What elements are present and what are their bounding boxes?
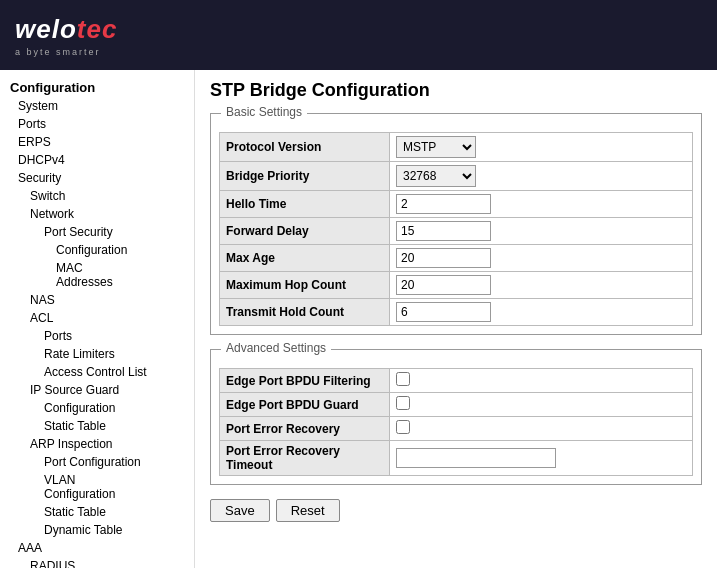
nav-acl-ports[interactable]: Ports (0, 327, 194, 345)
nav-nas[interactable]: NAS (0, 291, 194, 309)
bridge-priority-row: Bridge Priority 4096 8192 12288 16384 20… (220, 162, 693, 191)
bpdu-guard-checkbox[interactable] (396, 396, 410, 410)
bpdu-guard-label: Edge Port BPDU Guard (220, 393, 390, 417)
transmit-hold-count-value (390, 299, 693, 326)
content-area: STP Bridge Configuration Basic Settings … (195, 70, 717, 568)
port-error-recovery-timeout-input[interactable] (396, 448, 556, 468)
nav-port-sec-config[interactable]: Configuration (0, 241, 194, 259)
save-button[interactable]: Save (210, 499, 270, 522)
port-error-recovery-timeout-value (390, 441, 693, 476)
logo: welotec a byte smarter (15, 14, 117, 57)
nav-ports[interactable]: Ports (0, 115, 194, 133)
logo-text: welotec (15, 14, 117, 45)
max-age-label: Max Age (220, 245, 390, 272)
forward-delay-value (390, 218, 693, 245)
main-layout: Configuration System Ports ERPS DHCPv4 S… (0, 70, 717, 568)
basic-settings-table: Protocol Version STP RSTP MSTP (219, 132, 693, 326)
nav-security[interactable]: Security (0, 169, 194, 187)
hello-time-value (390, 191, 693, 218)
port-error-recovery-label: Port Error Recovery (220, 417, 390, 441)
max-age-input[interactable] (396, 248, 491, 268)
transmit-hold-count-label: Transmit Hold Count (220, 299, 390, 326)
port-error-recovery-row: Port Error Recovery (220, 417, 693, 441)
nav-ip-source-guard[interactable]: IP Source Guard (0, 381, 194, 399)
nav-dhcpv4[interactable]: DHCPv4 (0, 151, 194, 169)
port-error-recovery-value (390, 417, 693, 441)
protocol-version-row: Protocol Version STP RSTP MSTP (220, 133, 693, 162)
basic-settings-legend: Basic Settings (221, 105, 307, 119)
hello-time-input[interactable] (396, 194, 491, 214)
advanced-settings-legend: Advanced Settings (221, 341, 331, 355)
nav-mac-addresses[interactable]: MAC Addresses (0, 259, 194, 291)
nav-access-control-list[interactable]: Access Control List (0, 363, 194, 381)
button-row: Save Reset (210, 499, 702, 522)
hello-time-label: Hello Time (220, 191, 390, 218)
port-error-recovery-timeout-row: Port Error Recovery Timeout (220, 441, 693, 476)
bpdu-filtering-label: Edge Port BPDU Filtering (220, 369, 390, 393)
bpdu-guard-row: Edge Port BPDU Guard (220, 393, 693, 417)
nav-switch[interactable]: Switch (0, 187, 194, 205)
sidebar: Configuration System Ports ERPS DHCPv4 S… (0, 70, 195, 568)
protocol-version-select[interactable]: STP RSTP MSTP (396, 136, 476, 158)
bpdu-filtering-value (390, 369, 693, 393)
bridge-priority-label: Bridge Priority (220, 162, 390, 191)
nav-arp-inspection[interactable]: ARP Inspection (0, 435, 194, 453)
forward-delay-input[interactable] (396, 221, 491, 241)
nav-rate-limiters[interactable]: Rate Limiters (0, 345, 194, 363)
port-error-recovery-timeout-label: Port Error Recovery Timeout (220, 441, 390, 476)
nav-ip-sg-config[interactable]: Configuration (0, 399, 194, 417)
port-error-recovery-checkbox[interactable] (396, 420, 410, 434)
nav-system[interactable]: System (0, 97, 194, 115)
bridge-priority-select[interactable]: 4096 8192 12288 16384 20480 24576 28672 … (396, 165, 476, 187)
reset-button[interactable]: Reset (276, 499, 340, 522)
nav-erps[interactable]: ERPS (0, 133, 194, 151)
max-hop-count-row: Maximum Hop Count (220, 272, 693, 299)
basic-settings-section: Basic Settings Protocol Version STP RSTP… (210, 113, 702, 335)
app-header: welotec a byte smarter (0, 0, 717, 70)
forward-delay-label: Forward Delay (220, 218, 390, 245)
protocol-version-value: STP RSTP MSTP (390, 133, 693, 162)
nav-aaa[interactable]: AAA (0, 539, 194, 557)
nav-arp-static[interactable]: Static Table (0, 503, 194, 521)
max-age-value (390, 245, 693, 272)
page-title: STP Bridge Configuration (210, 80, 702, 101)
nav-network[interactable]: Network (0, 205, 194, 223)
bpdu-filtering-row: Edge Port BPDU Filtering (220, 369, 693, 393)
max-hop-count-value (390, 272, 693, 299)
nav-ip-sg-static[interactable]: Static Table (0, 417, 194, 435)
bridge-priority-value: 4096 8192 12288 16384 20480 24576 28672 … (390, 162, 693, 191)
max-hop-count-input[interactable] (396, 275, 491, 295)
nav-radius[interactable]: RADIUS (0, 557, 194, 568)
nav-acl[interactable]: ACL (0, 309, 194, 327)
nav-configuration[interactable]: Configuration (0, 78, 194, 97)
bpdu-guard-value (390, 393, 693, 417)
hello-time-row: Hello Time (220, 191, 693, 218)
nav-arp-vlan-config[interactable]: VLAN Configuration (0, 471, 194, 503)
transmit-hold-count-row: Transmit Hold Count (220, 299, 693, 326)
nav-port-security[interactable]: Port Security (0, 223, 194, 241)
nav-arp-port-config[interactable]: Port Configuration (0, 453, 194, 471)
protocol-version-label: Protocol Version (220, 133, 390, 162)
max-age-row: Max Age (220, 245, 693, 272)
max-hop-count-label: Maximum Hop Count (220, 272, 390, 299)
advanced-settings-table: Edge Port BPDU Filtering Edge Port BPDU … (219, 368, 693, 476)
bpdu-filtering-checkbox[interactable] (396, 372, 410, 386)
forward-delay-row: Forward Delay (220, 218, 693, 245)
nav-arp-dynamic[interactable]: Dynamic Table (0, 521, 194, 539)
advanced-settings-section: Advanced Settings Edge Port BPDU Filteri… (210, 349, 702, 485)
logo-sub: a byte smarter (15, 47, 117, 57)
transmit-hold-count-input[interactable] (396, 302, 491, 322)
